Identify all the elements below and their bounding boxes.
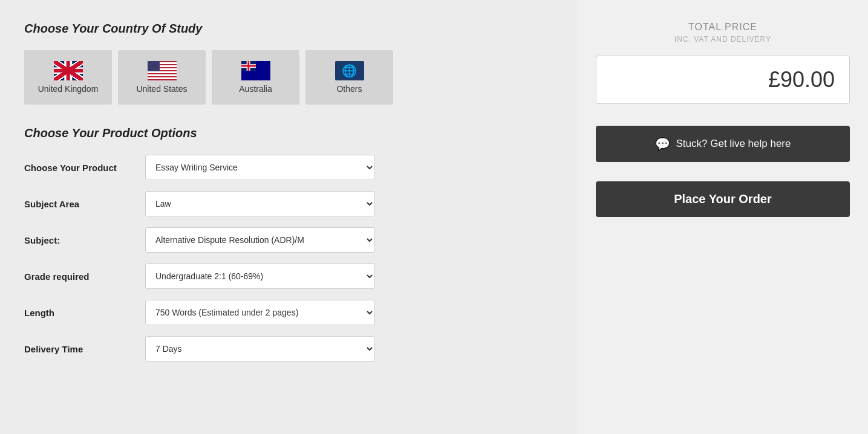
select-product[interactable]: Essay Writing Service Dissertation Cours… (145, 155, 375, 180)
label-product: Choose Your Product (24, 163, 145, 173)
country-name-uk: United Kingdom (38, 84, 99, 94)
form-row-subject-area: Subject Area Law Business Science Histor… (24, 191, 553, 216)
vat-label: INC. VAT AND DELIVERY (596, 35, 850, 44)
country-card-au[interactable]: Australia (212, 50, 299, 105)
label-delivery: Delivery Time (24, 344, 145, 354)
flag-world-icon: 🌐 (335, 61, 364, 80)
select-delivery[interactable]: 7 Days 3 Days 5 Days 10 Days 14 Days (145, 336, 375, 361)
country-name-other: Others (336, 84, 362, 94)
country-name-us: United States (136, 84, 187, 94)
price-display: £90.00 (596, 56, 850, 104)
total-price-box: TOTAL PRICE INC. VAT AND DELIVERY £90.00 (596, 22, 850, 114)
country-section-title: Choose Your Country Of Study (24, 22, 553, 36)
select-grade[interactable]: Undergraduate 2:1 (60-69%) Undergraduate… (145, 264, 375, 289)
place-order-button[interactable]: Place Your Order (596, 181, 850, 217)
form-row-grade: Grade required Undergraduate 2:1 (60-69%… (24, 264, 553, 289)
chat-icon: 💬 (655, 137, 670, 151)
label-subject-area: Subject Area (24, 199, 145, 209)
select-subject-area[interactable]: Law Business Science History (145, 191, 375, 216)
country-card-us[interactable]: United States (118, 50, 206, 105)
select-length[interactable]: 750 Words (Estimated under 2 pages) 1000… (145, 300, 375, 325)
country-grid: United Kingdom United States Australia (24, 50, 553, 105)
country-card-uk[interactable]: United Kingdom (24, 50, 112, 105)
select-subject[interactable]: Alternative Dispute Resolution (ADR)/M C… (145, 227, 375, 253)
label-subject: Subject: (24, 235, 145, 245)
country-card-other[interactable]: 🌐 Others (305, 50, 393, 105)
flag-uk-icon (54, 61, 83, 80)
live-help-button[interactable]: 💬 Stuck? Get live help here (596, 126, 850, 162)
form-row-product: Choose Your Product Essay Writing Servic… (24, 155, 553, 180)
flag-au-icon (241, 61, 270, 80)
label-length: Length (24, 308, 145, 318)
live-help-label: Stuck? Get live help here (676, 138, 791, 150)
options-section-title: Choose Your Product Options (24, 126, 553, 140)
product-options-section: Choose Your Product Options Choose Your … (24, 126, 553, 361)
form-row-length: Length 750 Words (Estimated under 2 page… (24, 300, 553, 325)
label-grade: Grade required (24, 271, 145, 282)
form-row-delivery: Delivery Time 7 Days 3 Days 5 Days 10 Da… (24, 336, 553, 361)
form-row-subject: Subject: Alternative Dispute Resolution … (24, 227, 553, 253)
country-name-au: Australia (239, 84, 272, 94)
place-order-label: Place Your Order (674, 192, 772, 206)
right-panel: TOTAL PRICE INC. VAT AND DELIVERY £90.00… (578, 0, 868, 434)
flag-us-icon (148, 61, 177, 80)
left-panel: Choose Your Country Of Study United King… (0, 0, 578, 434)
total-label: TOTAL PRICE (596, 22, 850, 33)
